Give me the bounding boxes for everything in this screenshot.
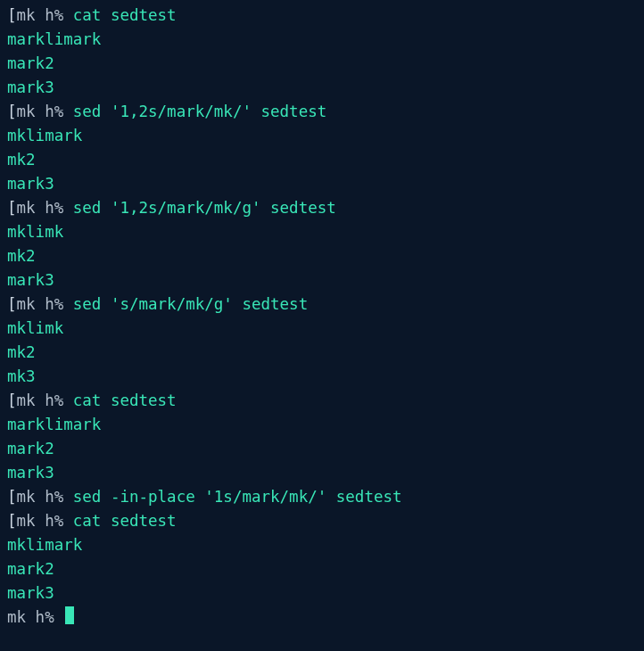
output-text: mark3	[7, 464, 54, 482]
prompt-text: mk h%	[17, 199, 73, 217]
prompt-bracket: [	[7, 199, 17, 217]
terminal-line: marklimark	[7, 413, 637, 437]
output-text: mk3	[7, 367, 36, 385]
output-text: marklimark	[7, 416, 101, 433]
output-text: mklimk	[7, 223, 63, 241]
terminal-line: mark2	[7, 437, 637, 461]
prompt-text: mk h%	[17, 295, 73, 313]
prompt-text: mk h%	[17, 6, 73, 24]
terminal-line: marklimark	[7, 28, 637, 52]
command-text: sed 's/mark/mk/g' sedtest	[73, 295, 308, 313]
output-text: mk2	[7, 247, 36, 265]
terminal-line: mark3	[7, 76, 637, 100]
prompt-text: mk h%	[7, 608, 63, 626]
terminal-line: mk2	[7, 244, 637, 268]
command-text: sed '1,2s/mark/mk/' sedtest	[73, 103, 326, 120]
terminal-line: mk2	[7, 341, 637, 365]
prompt-bracket: [	[7, 6, 17, 24]
terminal-line: mklimk	[7, 220, 637, 244]
command-text: cat sedtest	[73, 391, 177, 409]
output-text: mark3	[7, 584, 54, 602]
terminal-line: mklimk	[7, 317, 637, 341]
terminal[interactable]: [mk h% cat sedtestmarklimarkmark2mark3[m…	[0, 0, 644, 633]
command-text: sed -in-place '1s/mark/mk/' sedtest	[73, 488, 402, 506]
output-text: mark2	[7, 560, 54, 578]
terminal-line: [mk h% sed '1,2s/mark/mk/g' sedtest	[7, 196, 637, 220]
prompt-bracket: [	[7, 391, 17, 409]
output-text: mklimk	[7, 319, 63, 337]
prompt-text: mk h%	[17, 512, 73, 530]
terminal-line: mark3	[7, 268, 637, 293]
prompt-text: mk h%	[17, 391, 73, 409]
terminal-line: mk2	[7, 148, 637, 172]
prompt-bracket: [	[7, 512, 17, 530]
terminal-line: [mk h% cat sedtest	[7, 389, 637, 413]
terminal-line: [mk h% cat sedtest	[7, 509, 637, 533]
cursor[interactable]	[65, 606, 74, 624]
output-text: mk2	[7, 151, 36, 169]
terminal-line: mk h%	[7, 606, 637, 630]
terminal-line: mark3	[7, 461, 637, 485]
terminal-line: mklimark	[7, 124, 637, 148]
output-text: mark2	[7, 440, 54, 457]
prompt-bracket: [	[7, 103, 17, 120]
output-text: mk2	[7, 343, 36, 361]
output-text: mark3	[7, 271, 54, 289]
prompt-bracket: [	[7, 488, 17, 506]
terminal-line: mark2	[7, 557, 637, 581]
output-text: mklimark	[7, 536, 82, 554]
terminal-line: [mk h% cat sedtest	[7, 4, 637, 28]
terminal-line: [mk h% sed 's/mark/mk/g' sedtest	[7, 293, 637, 317]
terminal-line: mark3	[7, 581, 637, 606]
terminal-line: mark2	[7, 52, 637, 76]
output-text: mark3	[7, 78, 54, 96]
output-text: marklimark	[7, 30, 101, 48]
terminal-line: mklimark	[7, 533, 637, 557]
command-text: cat sedtest	[73, 6, 177, 24]
command-text: sed '1,2s/mark/mk/g' sedtest	[73, 199, 336, 217]
output-text: mark2	[7, 54, 54, 72]
terminal-line: mk3	[7, 365, 637, 389]
prompt-text: mk h%	[17, 488, 73, 506]
prompt-bracket: [	[7, 295, 17, 313]
terminal-line: [mk h% sed -in-place '1s/mark/mk/' sedte…	[7, 485, 637, 509]
terminal-line: [mk h% sed '1,2s/mark/mk/' sedtest	[7, 100, 637, 124]
output-text: mklimark	[7, 127, 82, 144]
output-text: mark3	[7, 175, 54, 193]
prompt-text: mk h%	[17, 103, 73, 120]
command-text: cat sedtest	[73, 512, 177, 530]
terminal-line: mark3	[7, 172, 637, 196]
